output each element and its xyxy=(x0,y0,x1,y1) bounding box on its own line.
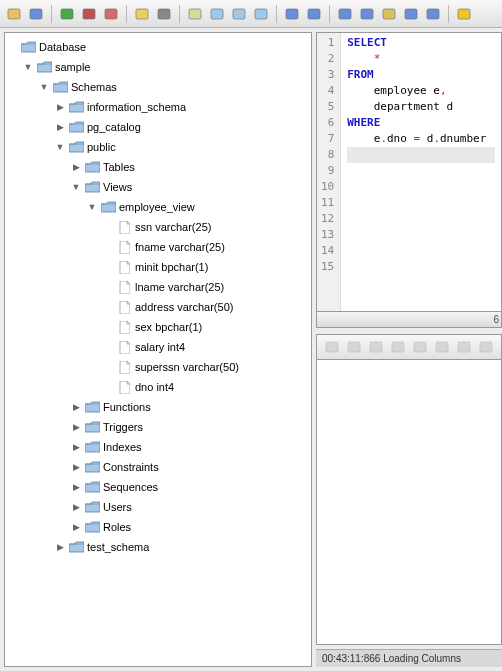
doc-icon[interactable] xyxy=(185,4,205,24)
tree-label: address varchar(50) xyxy=(135,298,233,316)
doc-refresh-icon[interactable] xyxy=(229,4,249,24)
prev-icon[interactable] xyxy=(345,338,363,356)
svg-rect-12 xyxy=(308,9,320,19)
tree-label: Functions xyxy=(103,398,151,416)
tree-toggle-icon[interactable]: ▶ xyxy=(71,462,81,472)
tree-toggle-icon[interactable]: ▼ xyxy=(55,142,65,152)
stack-lines-icon[interactable] xyxy=(304,4,324,24)
rows-icon[interactable] xyxy=(335,4,355,24)
tree-node-sequences[interactable]: ▶Sequences xyxy=(71,477,309,497)
svg-rect-5 xyxy=(136,9,148,19)
tree-toggle-icon[interactable]: ▼ xyxy=(71,182,81,192)
tree-node-roles[interactable]: ▶Roles xyxy=(71,517,309,537)
tree-node-column[interactable]: ssn varchar(25) xyxy=(103,217,309,237)
editor-horizontal-scrollbar[interactable]: 6 xyxy=(316,312,502,328)
db-cylinder-icon[interactable] xyxy=(132,4,152,24)
tree-label: employee_view xyxy=(119,198,195,216)
tree-label: superssn varchar(50) xyxy=(135,358,239,376)
folder-icon xyxy=(84,480,100,494)
tree-node-tables[interactable]: ▶Tables xyxy=(71,157,309,177)
file-icon xyxy=(116,340,132,354)
rows-icon[interactable] xyxy=(367,338,385,356)
svg-rect-10 xyxy=(255,9,267,19)
tree-label: information_schema xyxy=(87,98,186,116)
editor-code[interactable]: SELECT *FROM employee e, department dWHE… xyxy=(341,33,501,311)
tree-node-column[interactable]: address varchar(50) xyxy=(103,297,309,317)
export-red-icon[interactable] xyxy=(79,4,99,24)
tree-node-functions[interactable]: ▶Functions xyxy=(71,397,309,417)
tree-node-indexes[interactable]: ▶Indexes xyxy=(71,437,309,457)
filter-icon[interactable] xyxy=(477,338,495,356)
folder-icon xyxy=(84,440,100,454)
tree-toggle-icon[interactable]: ▶ xyxy=(71,502,81,512)
tree-toggle-icon[interactable]: ▶ xyxy=(71,442,81,452)
svg-rect-11 xyxy=(286,9,298,19)
insert-icon[interactable] xyxy=(411,338,429,356)
tree-node-information-schema[interactable]: ▶information_schema xyxy=(55,97,309,117)
tree-toggle-icon[interactable]: ▶ xyxy=(71,522,81,532)
rows-highlight-icon[interactable] xyxy=(379,4,399,24)
tree-toggle-icon[interactable]: ▶ xyxy=(71,482,81,492)
tree-toggle-icon[interactable]: ▶ xyxy=(55,542,65,552)
tree-node-column[interactable]: salary int4 xyxy=(103,337,309,357)
tree-node-views[interactable]: ▼Views xyxy=(71,177,309,197)
toolbar-separator xyxy=(126,5,127,23)
tree-label: fname varchar(25) xyxy=(135,238,225,256)
doc-check-icon[interactable] xyxy=(251,4,271,24)
next-icon[interactable] xyxy=(389,338,407,356)
tree-node-database[interactable]: Database xyxy=(7,37,309,57)
schema-tree[interactable]: Database ▼ sample xyxy=(7,37,309,557)
first-icon[interactable] xyxy=(323,338,341,356)
svg-rect-8 xyxy=(211,9,223,19)
tree-node-column[interactable]: fname varchar(25) xyxy=(103,237,309,257)
results-grid[interactable] xyxy=(316,360,502,645)
rows-grid-icon[interactable] xyxy=(423,4,443,24)
sql-editor[interactable]: 123456789101112131415 SELECT *FROM emplo… xyxy=(316,32,502,312)
tree-node-employee-view[interactable]: ▼employee_view xyxy=(87,197,309,217)
tree-node-users[interactable]: ▶Users xyxy=(71,497,309,517)
tree-label: Constraints xyxy=(103,458,159,476)
tree-toggle-icon[interactable]: ▶ xyxy=(55,102,65,112)
tree-toggle-icon[interactable]: ▶ xyxy=(55,122,65,132)
svg-rect-16 xyxy=(405,9,417,19)
svg-rect-7 xyxy=(189,9,201,19)
import-green-icon[interactable] xyxy=(57,4,77,24)
wand-icon[interactable] xyxy=(154,4,174,24)
status-text: 00:43:11:866 Loading Columns xyxy=(322,653,461,664)
tree-node-pg-catalog[interactable]: ▶pg_catalog xyxy=(55,117,309,137)
tree-node-column[interactable]: lname varchar(25) xyxy=(103,277,309,297)
tree-node-column[interactable]: superssn varchar(50) xyxy=(103,357,309,377)
tree-node-column[interactable]: minit bpchar(1) xyxy=(103,257,309,277)
save-icon[interactable] xyxy=(26,4,46,24)
tree-node-public[interactable]: ▼public xyxy=(55,137,309,157)
svg-rect-3 xyxy=(83,9,95,19)
arrow-row-icon[interactable] xyxy=(401,4,421,24)
file-icon xyxy=(116,320,132,334)
tree-node-column[interactable]: sex bpchar(1) xyxy=(103,317,309,337)
tree-toggle-icon[interactable]: ▼ xyxy=(39,82,49,92)
tree-toggle-icon[interactable]: ▼ xyxy=(87,202,97,212)
star-icon[interactable] xyxy=(454,4,474,24)
folder-icon xyxy=(68,120,84,134)
tree-toggle-icon[interactable]: ▶ xyxy=(71,422,81,432)
tree-node-column[interactable]: dno int4 xyxy=(103,377,309,397)
tree-node-triggers[interactable]: ▶Triggers xyxy=(71,417,309,437)
delete-icon[interactable] xyxy=(433,338,451,356)
tree-toggle-icon[interactable]: ▼ xyxy=(23,62,33,72)
folder-open-icon[interactable] xyxy=(4,4,24,24)
tree-node-sample[interactable]: ▼ sample xyxy=(23,57,309,77)
tree-toggle-icon[interactable]: ▶ xyxy=(71,402,81,412)
copy-icon[interactable] xyxy=(455,338,473,356)
tree-label: Database xyxy=(39,38,86,56)
stack-blue-icon[interactable] xyxy=(282,4,302,24)
svg-rect-0 xyxy=(8,9,20,19)
tree-node-constraints[interactable]: ▶Constraints xyxy=(71,457,309,477)
tree-node-schemas[interactable]: ▼ Schemas xyxy=(39,77,309,97)
tree-label: dno int4 xyxy=(135,378,174,396)
copy-db-icon[interactable] xyxy=(101,4,121,24)
doc-lines-icon[interactable] xyxy=(207,4,227,24)
tree-node-test-schema[interactable]: ▶test_schema xyxy=(55,537,309,557)
rows-alt-icon[interactable] xyxy=(357,4,377,24)
tree-label: Tables xyxy=(103,158,135,176)
tree-toggle-icon[interactable]: ▶ xyxy=(71,162,81,172)
